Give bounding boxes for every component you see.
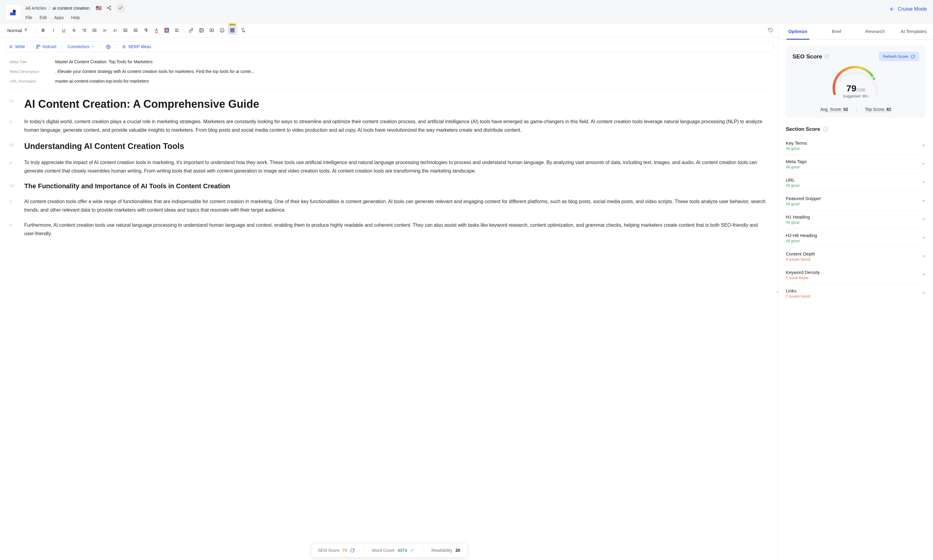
emoji-button[interactable] xyxy=(217,26,227,35)
italic-button[interactable]: I xyxy=(49,26,58,35)
chevron-down-icon xyxy=(922,217,926,222)
document-editor[interactable]: h1 AI Content Creation: A Comprehensive … xyxy=(0,90,778,560)
outdent-button[interactable] xyxy=(121,26,130,35)
tab-ai-templates[interactable]: AI Templates xyxy=(894,23,933,39)
menu-help[interactable]: Help xyxy=(71,15,80,20)
info-icon[interactable]: i xyxy=(823,127,828,132)
heading-1[interactable]: AI Content Creation: A Comprehensive Gui… xyxy=(24,97,259,111)
section-item[interactable]: H1 Heading All good xyxy=(786,211,926,229)
link-button[interactable] xyxy=(187,26,196,35)
side-tabs: Optimize Brief Research AI Templates xyxy=(779,23,933,40)
gutter-tag: p xyxy=(10,117,17,134)
refresh-score-button[interactable]: Refresh Score xyxy=(879,52,919,61)
video-button[interactable] xyxy=(207,26,216,35)
table-button[interactable]: New xyxy=(228,26,237,35)
svg-rect-46 xyxy=(37,47,38,48)
cruise-mode-label: Cruise Mode xyxy=(898,6,927,12)
readability-label: Readability xyxy=(431,548,452,553)
paragraph[interactable]: Furthermore, AI content creation tools u… xyxy=(24,221,768,238)
section-item[interactable]: Content Depth 4 issues found xyxy=(786,247,926,266)
section-name: Content Depth xyxy=(786,251,815,256)
section-status: All good xyxy=(786,202,820,206)
connectors-action[interactable]: Connectors xyxy=(68,44,95,49)
saved-check-icon[interactable] xyxy=(116,4,125,12)
section-status: All good xyxy=(786,165,807,169)
meta-fields: Meta Title Master AI Content Creation: T… xyxy=(5,56,773,90)
settings-action[interactable] xyxy=(106,45,111,49)
block-format-select[interactable]: Normal xyxy=(5,27,30,34)
breadcrumb-root[interactable]: All Articles xyxy=(25,5,46,11)
superscript-button[interactable]: x2 xyxy=(111,26,120,35)
section-item[interactable]: Meta Tags All good xyxy=(786,155,926,174)
tab-research[interactable]: Research xyxy=(856,23,894,39)
locale-flag-icon[interactable]: 🇺🇸 xyxy=(96,5,102,11)
menu-file[interactable]: File xyxy=(25,15,32,20)
align-button[interactable] xyxy=(172,26,182,35)
url-permalink-label: URL Permalink xyxy=(10,79,43,83)
text-color-button[interactable]: A xyxy=(152,26,161,35)
svg-rect-44 xyxy=(37,45,38,46)
subscript-button[interactable]: x2 xyxy=(100,26,109,35)
refresh-icon[interactable] xyxy=(350,548,355,553)
paragraph[interactable]: In today's digital world, content creati… xyxy=(24,117,768,134)
meta-description-label: Meta Description xyxy=(10,69,43,74)
ordered-list-button[interactable] xyxy=(80,26,89,35)
menu-apps[interactable]: Apps xyxy=(54,15,64,20)
logo[interactable] xyxy=(6,5,21,19)
menu-edit[interactable]: Edit xyxy=(40,15,47,20)
section-item[interactable]: Featured Snippet All good xyxy=(786,192,926,211)
svg-point-31 xyxy=(220,28,224,32)
info-icon[interactable]: i xyxy=(825,54,830,59)
seo-score-title: SEO Score xyxy=(793,53,822,60)
seo-score-card: SEO Score i Refresh Score xyxy=(786,46,926,118)
write-action[interactable]: Write xyxy=(9,44,25,49)
paragraph[interactable]: AI content creation tools offer a wide r… xyxy=(24,197,768,214)
new-badge: New xyxy=(228,23,237,26)
image-button[interactable] xyxy=(197,26,206,35)
section-item[interactable]: URL All good xyxy=(786,174,926,192)
tab-optimize[interactable]: Optimize xyxy=(779,23,817,39)
chevron-down-icon xyxy=(922,198,926,204)
unordered-list-button[interactable] xyxy=(90,26,99,35)
paragraph-direction-button[interactable] xyxy=(142,26,151,35)
highlight-color-button[interactable]: A xyxy=(162,26,171,35)
section-item[interactable]: Key Terms All good xyxy=(786,137,926,155)
section-status: All good xyxy=(786,146,807,151)
instruct-label: Instruct xyxy=(42,44,56,49)
gutter-tag: p xyxy=(10,158,17,175)
word-count-value: 4374 xyxy=(398,548,407,553)
meta-description-value[interactable]: . Elevate your content strategy with AI … xyxy=(55,69,254,74)
bold-button[interactable]: B xyxy=(39,26,48,35)
paragraph[interactable]: To truly appreciate the impact of AI con… xyxy=(24,158,768,175)
url-permalink-value[interactable]: master-ai-content-creation-top-tools-for… xyxy=(55,79,149,83)
gauge-suggested: Suggested: 80+ xyxy=(843,94,868,98)
section-item[interactable]: Keyword Density 1 issue found xyxy=(786,266,926,284)
section-item[interactable]: Links 2 issues found xyxy=(786,284,926,302)
clear-format-button[interactable] xyxy=(238,26,247,35)
chevron-down-icon xyxy=(922,162,926,167)
meta-title-value[interactable]: Master AI Content Creation: Top Tools fo… xyxy=(55,59,153,64)
instruct-action[interactable]: Instruct xyxy=(36,44,56,49)
gutter-tag: p xyxy=(10,221,17,238)
top-score-value: 82 xyxy=(886,107,891,112)
history-button[interactable] xyxy=(768,27,773,34)
gutter-tag: h3 xyxy=(10,182,17,191)
readability-value: 20 xyxy=(455,548,460,553)
share-icon[interactable] xyxy=(105,4,113,12)
section-status: 1 issue found xyxy=(786,276,820,280)
svg-point-47 xyxy=(108,46,109,47)
column-resize-handle[interactable] xyxy=(776,289,779,295)
serp-ideas-action[interactable]: SERP Ideas xyxy=(122,44,151,49)
cruise-mode-button[interactable]: Cruise Mode xyxy=(889,4,927,12)
heading-2[interactable]: Understanding AI Content Creation Tools xyxy=(24,141,184,152)
strikethrough-button[interactable]: S xyxy=(69,26,79,35)
gutter-tag: h1 xyxy=(10,97,17,111)
section-score-title: Section Score xyxy=(786,126,820,132)
underline-button[interactable]: U xyxy=(59,26,68,35)
heading-3[interactable]: The Functionality and Importance of AI T… xyxy=(24,182,230,191)
tab-brief[interactable]: Brief xyxy=(817,23,856,39)
section-status: 4 issues found xyxy=(786,257,815,262)
section-item[interactable]: H2-H6 Heading All good xyxy=(786,229,926,247)
indent-button[interactable] xyxy=(131,26,140,35)
breadcrumb: All Articles / ai content creation 🇺🇸 xyxy=(25,4,125,12)
